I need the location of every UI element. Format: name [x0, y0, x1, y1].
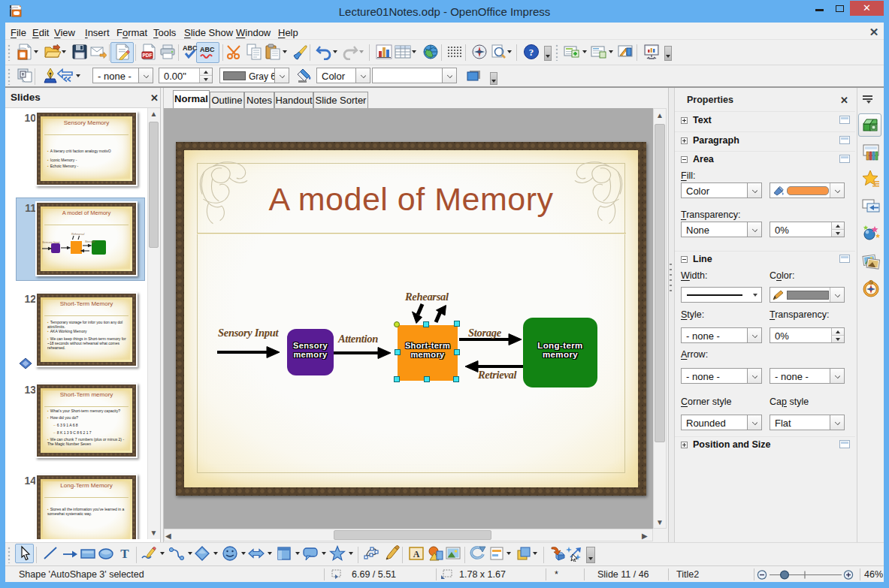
svg-text:Rehearsal: Rehearsal — [71, 233, 84, 236]
svg-text:A: A — [413, 549, 420, 559]
svg-text:?: ? — [529, 47, 534, 58]
svg-text:ABC: ABC — [200, 46, 215, 53]
svg-text:Sensory Input: Sensory Input — [42, 241, 60, 244]
svg-text:T: T — [120, 547, 129, 561]
svg-text:PDF: PDF — [143, 53, 153, 58]
svg-text:N: N — [869, 281, 872, 285]
svg-text:Storage: Storage — [85, 240, 95, 243]
svg-text:ABC: ABC — [183, 44, 198, 52]
